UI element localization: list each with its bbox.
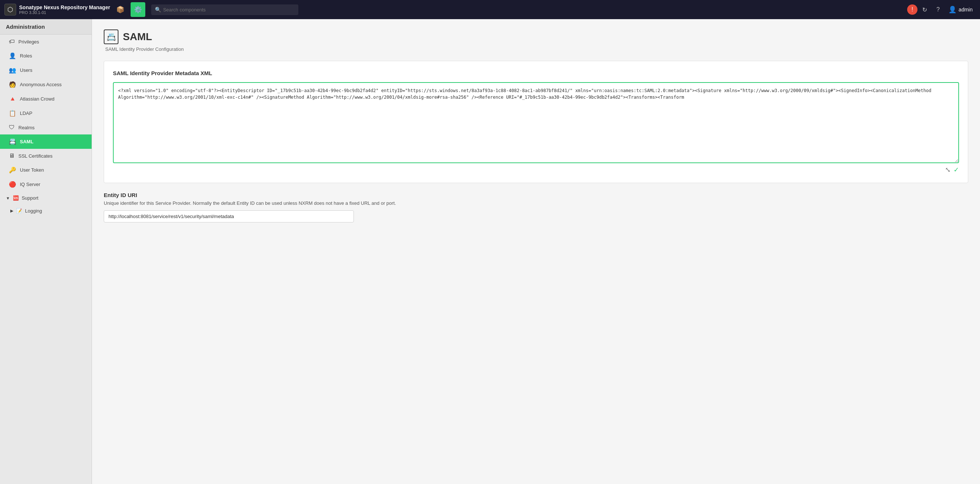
saml-metadata-card: SAML Identity Provider Metadata XML <?xm… bbox=[104, 61, 968, 183]
sidebar-header: Administration bbox=[0, 19, 92, 35]
sidebar-item-label-users: Users bbox=[20, 67, 32, 73]
sidebar-item-label-ldap: LDAP bbox=[20, 110, 32, 116]
search-input[interactable] bbox=[151, 5, 298, 15]
sidebar-item-label-crowd: Atlassian Crowd bbox=[20, 96, 54, 102]
entity-id-input[interactable] bbox=[104, 210, 354, 222]
sidebar-item-ssl-certificates[interactable]: 🖥 SSL Certificates bbox=[0, 149, 92, 163]
sidebar-item-label-anonymous: Anonymous Access bbox=[20, 82, 61, 87]
page-header: 📇 SAML bbox=[104, 29, 968, 44]
xml-textarea-wrapper: <?xml version="1.0" encoding="utf-8"?><E… bbox=[113, 82, 959, 164]
user-token-icon: 🔑 bbox=[9, 166, 16, 174]
app-version: PRO 3.30.1-01 bbox=[19, 10, 110, 15]
support-icon: 🆘 bbox=[13, 195, 19, 201]
sidebar-group-support[interactable]: ▼ 🆘 Support bbox=[0, 192, 92, 204]
admin-icon-btn[interactable]: ⚙️ bbox=[130, 2, 145, 17]
sidebar: Administration 🏷 Privileges 👤 Roles 👥 Us… bbox=[0, 19, 92, 484]
entity-id-section: Entity ID URI Unique identifier for this… bbox=[104, 192, 968, 222]
sidebar-item-atlassian-crowd[interactable]: 🔺 Atlassian Crowd bbox=[0, 92, 92, 106]
sidebar-item-anonymous-access[interactable]: 🧑 Anonymous Access bbox=[0, 77, 92, 92]
user-label: admin bbox=[959, 6, 973, 13]
support-chevron-icon: ▼ bbox=[6, 196, 10, 200]
refresh-btn[interactable]: ↻ bbox=[919, 4, 931, 16]
roles-icon: 👤 bbox=[9, 52, 16, 59]
confirm-btn[interactable]: ✓ bbox=[953, 166, 959, 174]
sidebar-item-roles[interactable]: 👤 Roles bbox=[0, 49, 92, 63]
saml-metadata-textarea[interactable]: <?xml version="1.0" encoding="utf-8"?><E… bbox=[113, 82, 959, 163]
browse-icon-btn[interactable]: 📦 bbox=[113, 2, 128, 17]
anonymous-icon: 🧑 bbox=[9, 81, 16, 88]
search-icon: 🔍 bbox=[155, 6, 161, 13]
sidebar-item-ldap[interactable]: 📋 LDAP bbox=[0, 106, 92, 120]
entity-id-title: Entity ID URI bbox=[104, 192, 968, 198]
alert-icon[interactable]: ! bbox=[907, 5, 918, 15]
sidebar-item-label-ssl: SSL Certificates bbox=[18, 153, 52, 159]
user-icon: 👤 bbox=[948, 6, 956, 14]
sidebar-item-privileges[interactable]: 🏷 Privileges bbox=[0, 35, 92, 49]
app-logo: ⬡ bbox=[5, 4, 16, 16]
logging-icon: 📝 bbox=[16, 208, 22, 214]
sidebar-item-label-privileges: Privileges bbox=[18, 39, 39, 45]
logging-chevron-icon: ▶ bbox=[10, 208, 13, 213]
crowd-icon: 🔺 bbox=[9, 96, 16, 102]
users-icon: 👥 bbox=[9, 67, 16, 73]
sidebar-item-label-roles: Roles bbox=[20, 53, 32, 59]
topbar: ⬡ Sonatype Nexus Repository Manager PRO … bbox=[0, 0, 980, 19]
sidebar-item-realms[interactable]: 🛡 Realms bbox=[0, 120, 92, 134]
app-name: Sonatype Nexus Repository Manager bbox=[19, 5, 110, 10]
user-menu[interactable]: 👤 admin bbox=[945, 4, 975, 15]
sidebar-item-saml[interactable]: 📇 SAML bbox=[0, 134, 92, 149]
help-btn[interactable]: ? bbox=[932, 4, 944, 16]
ldap-icon: 📋 bbox=[9, 110, 16, 117]
realms-icon: 🛡 bbox=[9, 124, 15, 131]
topbar-right: ! ↻ ? 👤 admin bbox=[907, 4, 975, 16]
layout: Administration 🏷 Privileges 👤 Roles 👥 Us… bbox=[0, 19, 980, 484]
sidebar-group-label-logging: Logging bbox=[25, 208, 42, 214]
ssl-icon: 🖥 bbox=[9, 152, 15, 159]
privileges-icon: 🏷 bbox=[9, 38, 15, 45]
sidebar-item-user-token[interactable]: 🔑 User Token bbox=[0, 163, 92, 177]
sidebar-item-label-saml: SAML bbox=[20, 139, 33, 144]
sidebar-group-label-support: Support bbox=[22, 195, 39, 201]
main-content: 📇 SAML SAML Identity Provider Configurat… bbox=[92, 19, 980, 484]
page-icon: 📇 bbox=[104, 29, 118, 44]
saml-icon: 📇 bbox=[9, 138, 16, 145]
sidebar-item-label-realms: Realms bbox=[18, 125, 35, 130]
sidebar-item-label-user-token: User Token bbox=[20, 167, 44, 173]
resize-btn[interactable]: ⤡ bbox=[945, 166, 951, 174]
entity-id-description: Unique identifier for this Service Provi… bbox=[104, 200, 968, 206]
sidebar-item-users[interactable]: 👥 Users bbox=[0, 63, 92, 77]
iq-server-icon: 🔴 bbox=[9, 181, 16, 188]
page-title: SAML bbox=[123, 31, 152, 43]
app-title: Sonatype Nexus Repository Manager PRO 3.… bbox=[19, 5, 110, 15]
sidebar-item-label-iq-server: IQ Server bbox=[20, 182, 40, 187]
sidebar-group-logging[interactable]: ▶ 📝 Logging bbox=[0, 204, 92, 217]
saml-metadata-title: SAML Identity Provider Metadata XML bbox=[113, 70, 959, 76]
page-subtitle: SAML Identity Provider Configuration bbox=[105, 46, 968, 52]
sidebar-item-iq-server[interactable]: 🔴 IQ Server bbox=[0, 177, 92, 192]
search-container: 🔍 bbox=[151, 5, 298, 15]
textarea-actions: ⤡ ✓ bbox=[113, 166, 959, 174]
